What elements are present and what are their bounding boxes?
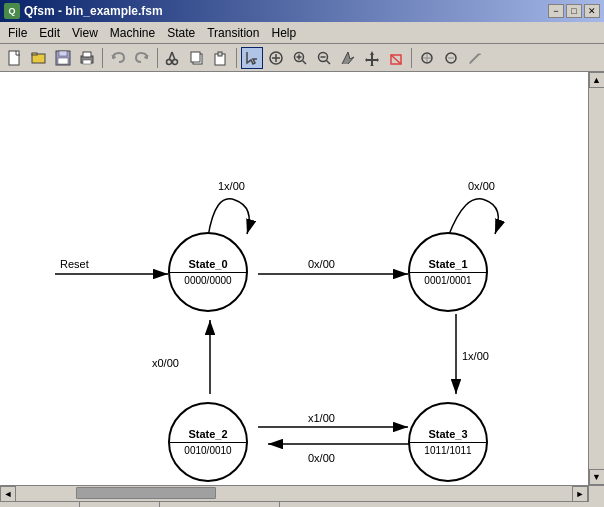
zoom-out-button[interactable] — [313, 47, 335, 69]
new-button[interactable] — [4, 47, 26, 69]
title-bar: Q Qfsm - bin_example.fsm − □ ✕ — [0, 0, 604, 22]
fsm-diagram: Reset 1x/00 0x/00 0x/00 1x/00 x1/00 0x/0… — [0, 72, 588, 485]
menu-machine[interactable]: Machine — [104, 22, 161, 43]
toolbar-separator-2 — [157, 48, 158, 68]
menu-state[interactable]: State — [161, 22, 201, 43]
state-2[interactable]: State_2 0010/0010 — [168, 402, 248, 482]
menu-bar: File Edit View Machine State Transition … — [0, 22, 604, 44]
cut-button[interactable] — [162, 47, 184, 69]
status-x: X: 551.0 — [160, 502, 280, 507]
toolbar-separator-1 — [102, 48, 103, 68]
status-zoom: 100% — [0, 502, 80, 507]
svg-rect-0 — [9, 51, 19, 65]
toolbar — [0, 44, 604, 72]
scroll-corner — [588, 486, 604, 502]
app-icon: Q — [4, 3, 20, 19]
move-tool[interactable] — [361, 47, 383, 69]
svg-line-11 — [169, 52, 172, 60]
main-area: Reset 1x/00 0x/00 0x/00 1x/00 x1/00 0x/0… — [0, 72, 604, 485]
svg-rect-2 — [32, 53, 37, 55]
pencil-tool[interactable] — [464, 47, 486, 69]
menu-file[interactable]: File — [2, 22, 33, 43]
svg-text:Reset: Reset — [60, 258, 89, 270]
status-bar: 100% 0 X: 551.0 Y: 227.0 — [0, 501, 604, 507]
open-button[interactable] — [28, 47, 50, 69]
svg-text:0x/00: 0x/00 — [468, 180, 495, 192]
state-3[interactable]: State_3 1011/1011 — [408, 402, 488, 482]
svg-line-35 — [470, 54, 479, 63]
toolbar-separator-4 — [411, 48, 412, 68]
toolbar-separator-3 — [236, 48, 237, 68]
svg-line-12 — [172, 52, 175, 60]
state-3-value: 1011/1011 — [424, 443, 471, 456]
scroll-right-button[interactable]: ► — [572, 486, 588, 502]
undo-button[interactable] — [107, 47, 129, 69]
svg-line-25 — [327, 60, 331, 64]
menu-edit[interactable]: Edit — [33, 22, 66, 43]
state-2-name: State_2 — [170, 428, 246, 443]
add-state-tool[interactable] — [265, 47, 287, 69]
scroll-h-thumb[interactable] — [76, 487, 216, 499]
state-1-value: 0001/0001 — [424, 273, 471, 286]
print-button[interactable] — [76, 47, 98, 69]
svg-text:1x/00: 1x/00 — [462, 350, 489, 362]
menu-help[interactable]: Help — [265, 22, 302, 43]
state-1[interactable]: State_1 0001/0001 — [408, 232, 488, 312]
zoom-in-button[interactable] — [289, 47, 311, 69]
svg-line-21 — [303, 60, 307, 64]
svg-point-9 — [167, 59, 172, 64]
svg-rect-4 — [59, 51, 67, 56]
svg-point-10 — [173, 59, 178, 64]
horizontal-scrollbar: ◄ ► — [0, 485, 604, 501]
scroll-down-button[interactable]: ▼ — [589, 469, 605, 485]
paste-button[interactable] — [210, 47, 232, 69]
svg-text:x1/00: x1/00 — [308, 412, 335, 424]
svg-text:0x/00: 0x/00 — [308, 258, 335, 270]
svg-line-29 — [391, 55, 401, 64]
state-2-value: 0010/0010 — [184, 443, 231, 456]
maximize-button[interactable]: □ — [566, 4, 582, 18]
svg-text:0x/00: 0x/00 — [308, 452, 335, 464]
status-value: 0 — [80, 502, 160, 507]
close-button[interactable]: ✕ — [584, 4, 600, 18]
state-0-value: 0000/0000 — [184, 273, 231, 286]
zoom-fit-button[interactable] — [416, 47, 438, 69]
window-title: Qfsm - bin_example.fsm — [24, 4, 163, 18]
svg-rect-14 — [191, 52, 200, 62]
scroll-left-button[interactable]: ◄ — [0, 486, 16, 502]
svg-rect-8 — [83, 60, 91, 64]
redo-button[interactable] — [131, 47, 153, 69]
svg-text:1x/00: 1x/00 — [218, 180, 245, 192]
state-3-name: State_3 — [410, 428, 486, 443]
scroll-v-track[interactable] — [590, 88, 604, 469]
state-0-name: State_0 — [170, 258, 246, 273]
delete-tool[interactable] — [385, 47, 407, 69]
svg-text:x0/00: x0/00 — [152, 357, 179, 369]
svg-rect-16 — [218, 52, 222, 56]
svg-rect-5 — [58, 58, 68, 64]
arrow-tool[interactable] — [337, 47, 359, 69]
window-controls: − □ ✕ — [548, 4, 600, 18]
svg-marker-27 — [365, 51, 379, 66]
menu-transition[interactable]: Transition — [201, 22, 265, 43]
state-1-name: State_1 — [410, 258, 486, 273]
state-0[interactable]: State_0 0000/0000 — [168, 232, 248, 312]
select-tool[interactable] — [241, 47, 263, 69]
save-button[interactable] — [52, 47, 74, 69]
copy-button[interactable] — [186, 47, 208, 69]
zoom-actual-button[interactable] — [440, 47, 462, 69]
status-y: Y: 227.0 — [280, 502, 604, 507]
minimize-button[interactable]: − — [548, 4, 564, 18]
scroll-h-track[interactable] — [16, 486, 572, 501]
canvas-area[interactable]: Reset 1x/00 0x/00 0x/00 1x/00 x1/00 0x/0… — [0, 72, 588, 485]
menu-view[interactable]: View — [66, 22, 104, 43]
svg-rect-7 — [83, 52, 91, 57]
scroll-up-button[interactable]: ▲ — [589, 72, 605, 88]
vertical-scrollbar: ▲ ▼ — [588, 72, 604, 485]
